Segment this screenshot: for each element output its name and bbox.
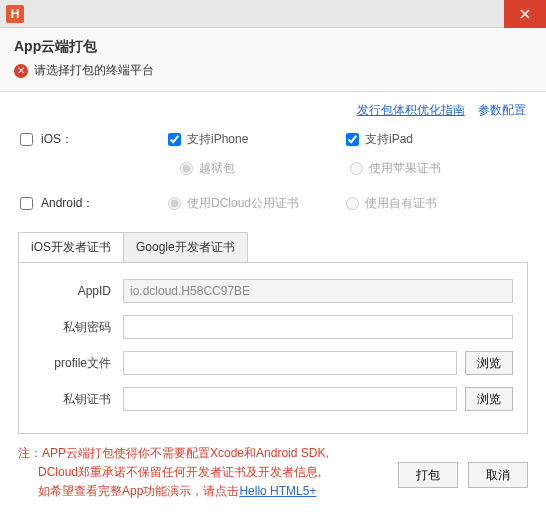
- profile-browse-button[interactable]: 浏览: [465, 351, 513, 375]
- dialog-header: App云端打包 ✕ 请选择打包的终端平台: [0, 28, 546, 92]
- ios-row: iOS： 支持iPhone 支持iPad: [0, 123, 546, 156]
- dcloudcert-label: 使用DCloud公用证书: [187, 195, 299, 212]
- note-line1: APP云端打包使得你不需要配置Xcode和Android SDK,: [42, 446, 329, 460]
- ios-checkbox[interactable]: [20, 133, 33, 146]
- owncert-radio[interactable]: [346, 197, 359, 210]
- jailbreak-radio[interactable]: [180, 162, 193, 175]
- applecert-label: 使用苹果证书: [369, 160, 441, 177]
- profile-input[interactable]: [123, 351, 457, 375]
- ios-label: iOS：: [41, 131, 73, 148]
- android-row: Android： 使用DCloud公用证书 使用自有证书: [0, 187, 546, 220]
- error-message: ✕ 请选择打包的终端平台: [14, 62, 532, 79]
- link-param-config[interactable]: 参数配置: [478, 103, 526, 117]
- note-prefix: 注：: [18, 446, 42, 460]
- owncert-label: 使用自有证书: [365, 195, 437, 212]
- keycert-browse-button[interactable]: 浏览: [465, 387, 513, 411]
- tab-google-cert[interactable]: Google开发者证书: [124, 233, 247, 262]
- android-checkbox[interactable]: [20, 197, 33, 210]
- jailbreak-label: 越狱包: [199, 160, 235, 177]
- cancel-button[interactable]: 取消: [468, 462, 528, 488]
- note-line3: 如希望查看完整App功能演示，请点击: [38, 484, 239, 498]
- tab-ios-cert[interactable]: iOS开发者证书: [19, 233, 124, 262]
- cert-tabs: iOS开发者证书 Google开发者证书: [18, 232, 248, 262]
- keypwd-label: 私钥密码: [33, 319, 123, 336]
- keycert-input[interactable]: [123, 387, 457, 411]
- error-text: 请选择打包的终端平台: [34, 62, 154, 79]
- note-link[interactable]: Hello HTML5+: [239, 484, 316, 498]
- support-ipad-checkbox[interactable]: [346, 133, 359, 146]
- cert-form: AppID 私钥密码 profile文件 浏览 私钥证书 浏览: [18, 262, 528, 434]
- appid-label: AppID: [33, 284, 123, 298]
- link-size-guide[interactable]: 发行包体积优化指南: [357, 103, 465, 117]
- support-ipad-label: 支持iPad: [365, 131, 413, 148]
- close-icon: [520, 9, 530, 19]
- applecert-radio[interactable]: [350, 162, 363, 175]
- app-logo-icon: H: [6, 5, 24, 23]
- support-iphone-checkbox[interactable]: [168, 133, 181, 146]
- close-button[interactable]: [504, 0, 546, 28]
- appid-input: [123, 279, 513, 303]
- dialog-title: App云端打包: [14, 38, 532, 56]
- ios-subrow: 越狱包 使用苹果证书: [0, 156, 546, 187]
- support-iphone-label: 支持iPhone: [187, 131, 248, 148]
- titlebar: H: [0, 0, 546, 28]
- pack-button[interactable]: 打包: [398, 462, 458, 488]
- profile-label: profile文件: [33, 355, 123, 372]
- keycert-label: 私钥证书: [33, 391, 123, 408]
- footer-note: 注：APP云端打包使得你不需要配置Xcode和Android SDK, DClo…: [18, 444, 398, 502]
- android-label: Android：: [41, 195, 94, 212]
- keypwd-input[interactable]: [123, 315, 513, 339]
- note-line2: DCloud郑重承诺不保留任何开发者证书及开发者信息,: [38, 465, 321, 479]
- dcloudcert-radio[interactable]: [168, 197, 181, 210]
- footer: 注：APP云端打包使得你不需要配置Xcode和Android SDK, DClo…: [0, 434, 546, 502]
- links-row: 发行包体积优化指南 参数配置: [0, 92, 546, 123]
- error-icon: ✕: [14, 64, 28, 78]
